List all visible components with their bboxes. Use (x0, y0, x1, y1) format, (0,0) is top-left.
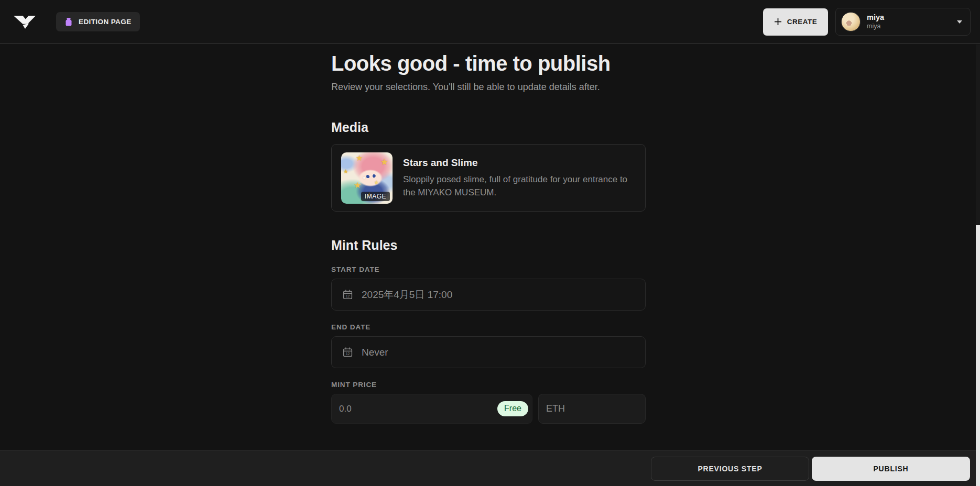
main-content: Looks good - time to publish Review your… (0, 45, 980, 450)
currency-input[interactable] (546, 403, 638, 414)
calendar-icon: 12 (342, 289, 353, 300)
create-button[interactable]: CREATE (763, 8, 828, 36)
avatar (841, 12, 861, 31)
previous-step-button[interactable]: PREVIOUS STEP (651, 457, 809, 481)
edition-page-badge: EDITION PAGE (56, 12, 140, 31)
user-names: miya miya (867, 14, 884, 30)
user-handle: miya (867, 23, 884, 30)
start-date-field[interactable]: 12 2025年4月5日 17:00 (331, 279, 646, 311)
mint-price-row: Free (331, 394, 646, 424)
edition-jar-icon (64, 17, 73, 27)
media-title: Stars and Slime (403, 157, 634, 169)
media-card[interactable]: ★ ★ ★ ★ ★ ★ ✦ IMAGE Stars and Slime Slop… (331, 144, 646, 212)
mint-rules-heading: Mint Rules (331, 238, 646, 253)
star-decoration: ★ (354, 180, 361, 190)
start-date-label: START DATE (331, 266, 646, 273)
calendar-icon: 12 (342, 347, 353, 358)
free-badge: Free (497, 401, 528, 416)
app-header: EDITION PAGE CREATE miya miya (0, 0, 980, 44)
svg-text:12: 12 (346, 352, 350, 356)
edition-page-label: EDITION PAGE (79, 18, 132, 26)
mint-price-label: MINT PRICE (331, 381, 646, 389)
app-logo-icon[interactable] (13, 14, 37, 30)
end-date-field[interactable]: 12 Never (331, 336, 646, 368)
media-section-heading: Media (331, 120, 646, 135)
currency-box (538, 394, 646, 424)
star-decoration: ★ (343, 168, 349, 175)
star-decoration: ★ (380, 157, 388, 168)
end-date-value: Never (362, 347, 388, 358)
star-decoration: ★ (356, 153, 363, 163)
mint-price-input[interactable] (339, 404, 497, 414)
media-description: Sloppily posed slime, full of gratitude … (403, 173, 634, 199)
media-text: Stars and Slime Sloppily posed slime, fu… (403, 156, 634, 199)
page-title: Looks good - time to publish (331, 52, 646, 75)
start-date-value: 2025年4月5日 17:00 (362, 288, 452, 302)
mint-price-box: Free (331, 394, 532, 424)
footer-action-bar: PREVIOUS STEP PUBLISH (0, 450, 980, 486)
star-decoration: ★ (374, 179, 379, 186)
svg-text:12: 12 (346, 294, 350, 298)
publish-button[interactable]: PUBLISH (812, 457, 970, 481)
create-button-label: CREATE (787, 18, 818, 26)
sparkle-decoration: ✦ (362, 175, 366, 181)
page-subtitle: Review your selections. You'll still be … (331, 82, 646, 93)
media-thumbnail: ★ ★ ★ ★ ★ ★ ✦ IMAGE (341, 152, 393, 204)
scrollbar-track[interactable] (976, 45, 980, 486)
chevron-down-icon (956, 20, 963, 24)
plus-icon (774, 18, 782, 26)
end-date-label: END DATE (331, 323, 646, 331)
scrollbar-thumb[interactable] (976, 45, 980, 225)
media-type-badge: IMAGE (361, 192, 390, 201)
user-menu[interactable]: miya miya (835, 8, 971, 36)
user-name: miya (867, 14, 884, 22)
